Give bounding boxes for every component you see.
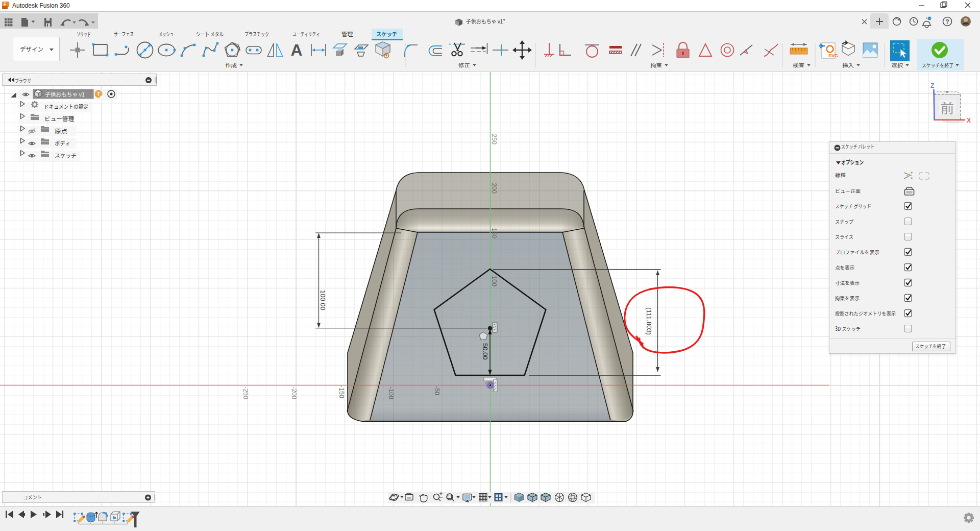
svg-text:-150: -150 bbox=[338, 385, 345, 398]
svg-text:X: X bbox=[967, 117, 971, 124]
svg-text:150: 150 bbox=[491, 228, 498, 238]
svg-text:(111.803): (111.803) bbox=[645, 307, 653, 335]
svg-text:-50: -50 bbox=[433, 386, 440, 395]
svg-text:-100: -100 bbox=[387, 387, 395, 399]
svg-text:-250: -250 bbox=[242, 387, 249, 399]
svg-text:SVG: SVG bbox=[828, 53, 838, 58]
svg-text:前: 前 bbox=[941, 98, 954, 117]
svg-text:?: ? bbox=[945, 18, 949, 26]
svg-text:T: T bbox=[97, 91, 100, 97]
svg-text:100.00: 100.00 bbox=[319, 290, 327, 310]
svg-text:250: 250 bbox=[491, 134, 498, 144]
svg-text:50.00: 50.00 bbox=[481, 343, 489, 360]
svg-text:Z: Z bbox=[930, 82, 934, 89]
svg-text:-200: -200 bbox=[290, 387, 298, 399]
svg-text:100: 100 bbox=[491, 276, 498, 286]
svg-text:A: A bbox=[290, 41, 302, 59]
svg-text:200: 200 bbox=[491, 183, 498, 194]
